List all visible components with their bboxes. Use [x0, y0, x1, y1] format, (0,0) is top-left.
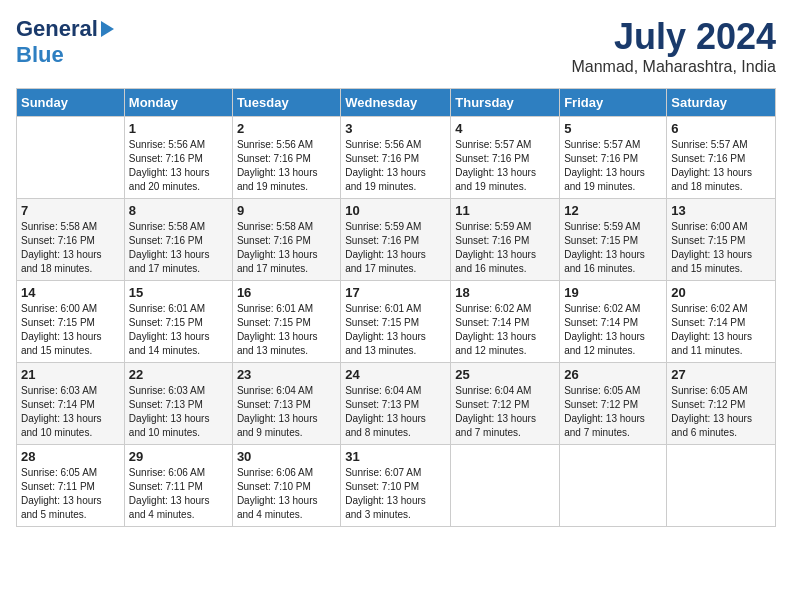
- day-number: 27: [671, 367, 771, 382]
- header-wednesday: Wednesday: [341, 89, 451, 117]
- day-info: Sunrise: 6:00 AM Sunset: 7:15 PM Dayligh…: [21, 302, 120, 358]
- day-info: Sunrise: 6:01 AM Sunset: 7:15 PM Dayligh…: [345, 302, 446, 358]
- day-number: 24: [345, 367, 446, 382]
- title-area: July 2024 Manmad, Maharashtra, India: [571, 16, 776, 76]
- day-info: Sunrise: 5:57 AM Sunset: 7:16 PM Dayligh…: [564, 138, 662, 194]
- day-number: 14: [21, 285, 120, 300]
- day-number: 23: [237, 367, 336, 382]
- calendar-cell: 29Sunrise: 6:06 AM Sunset: 7:11 PM Dayli…: [124, 445, 232, 527]
- calendar-week-4: 21Sunrise: 6:03 AM Sunset: 7:14 PM Dayli…: [17, 363, 776, 445]
- day-number: 13: [671, 203, 771, 218]
- calendar-cell: [667, 445, 776, 527]
- location: Manmad, Maharashtra, India: [571, 58, 776, 76]
- day-number: 29: [129, 449, 228, 464]
- calendar-table: SundayMondayTuesdayWednesdayThursdayFrid…: [16, 88, 776, 527]
- day-number: 28: [21, 449, 120, 464]
- day-number: 19: [564, 285, 662, 300]
- day-info: Sunrise: 6:01 AM Sunset: 7:15 PM Dayligh…: [237, 302, 336, 358]
- day-number: 22: [129, 367, 228, 382]
- calendar-cell: 18Sunrise: 6:02 AM Sunset: 7:14 PM Dayli…: [451, 281, 560, 363]
- day-number: 30: [237, 449, 336, 464]
- calendar-cell: 11Sunrise: 5:59 AM Sunset: 7:16 PM Dayli…: [451, 199, 560, 281]
- page-header: General Blue July 2024 Manmad, Maharasht…: [16, 16, 776, 76]
- day-number: 31: [345, 449, 446, 464]
- calendar-cell: 3Sunrise: 5:56 AM Sunset: 7:16 PM Daylig…: [341, 117, 451, 199]
- calendar-cell: 17Sunrise: 6:01 AM Sunset: 7:15 PM Dayli…: [341, 281, 451, 363]
- day-number: 26: [564, 367, 662, 382]
- header-thursday: Thursday: [451, 89, 560, 117]
- day-info: Sunrise: 6:07 AM Sunset: 7:10 PM Dayligh…: [345, 466, 446, 522]
- day-number: 6: [671, 121, 771, 136]
- day-number: 18: [455, 285, 555, 300]
- calendar-week-3: 14Sunrise: 6:00 AM Sunset: 7:15 PM Dayli…: [17, 281, 776, 363]
- calendar-cell: 5Sunrise: 5:57 AM Sunset: 7:16 PM Daylig…: [560, 117, 667, 199]
- day-info: Sunrise: 6:02 AM Sunset: 7:14 PM Dayligh…: [455, 302, 555, 358]
- logo-arrow-icon: [101, 21, 114, 37]
- calendar-week-2: 7Sunrise: 5:58 AM Sunset: 7:16 PM Daylig…: [17, 199, 776, 281]
- day-info: Sunrise: 6:00 AM Sunset: 7:15 PM Dayligh…: [671, 220, 771, 276]
- calendar-cell: 6Sunrise: 5:57 AM Sunset: 7:16 PM Daylig…: [667, 117, 776, 199]
- day-number: 1: [129, 121, 228, 136]
- day-number: 3: [345, 121, 446, 136]
- calendar-cell: 7Sunrise: 5:58 AM Sunset: 7:16 PM Daylig…: [17, 199, 125, 281]
- calendar-cell: 8Sunrise: 5:58 AM Sunset: 7:16 PM Daylig…: [124, 199, 232, 281]
- calendar-cell: 14Sunrise: 6:00 AM Sunset: 7:15 PM Dayli…: [17, 281, 125, 363]
- day-info: Sunrise: 5:56 AM Sunset: 7:16 PM Dayligh…: [345, 138, 446, 194]
- day-info: Sunrise: 5:59 AM Sunset: 7:16 PM Dayligh…: [345, 220, 446, 276]
- calendar-cell: [560, 445, 667, 527]
- day-number: 16: [237, 285, 336, 300]
- day-info: Sunrise: 5:57 AM Sunset: 7:16 PM Dayligh…: [671, 138, 771, 194]
- month-year: July 2024: [571, 16, 776, 58]
- day-info: Sunrise: 5:56 AM Sunset: 7:16 PM Dayligh…: [129, 138, 228, 194]
- calendar-cell: 24Sunrise: 6:04 AM Sunset: 7:13 PM Dayli…: [341, 363, 451, 445]
- day-number: 15: [129, 285, 228, 300]
- logo: General Blue: [16, 16, 114, 68]
- day-info: Sunrise: 5:57 AM Sunset: 7:16 PM Dayligh…: [455, 138, 555, 194]
- day-number: 11: [455, 203, 555, 218]
- day-info: Sunrise: 6:02 AM Sunset: 7:14 PM Dayligh…: [564, 302, 662, 358]
- day-number: 5: [564, 121, 662, 136]
- day-number: 20: [671, 285, 771, 300]
- calendar-cell: 26Sunrise: 6:05 AM Sunset: 7:12 PM Dayli…: [560, 363, 667, 445]
- day-number: 8: [129, 203, 228, 218]
- calendar-cell: 20Sunrise: 6:02 AM Sunset: 7:14 PM Dayli…: [667, 281, 776, 363]
- day-info: Sunrise: 6:04 AM Sunset: 7:13 PM Dayligh…: [345, 384, 446, 440]
- calendar-cell: 23Sunrise: 6:04 AM Sunset: 7:13 PM Dayli…: [232, 363, 340, 445]
- calendar-cell: 13Sunrise: 6:00 AM Sunset: 7:15 PM Dayli…: [667, 199, 776, 281]
- header-monday: Monday: [124, 89, 232, 117]
- day-number: 2: [237, 121, 336, 136]
- calendar-cell: 9Sunrise: 5:58 AM Sunset: 7:16 PM Daylig…: [232, 199, 340, 281]
- day-info: Sunrise: 6:05 AM Sunset: 7:12 PM Dayligh…: [564, 384, 662, 440]
- day-info: Sunrise: 5:59 AM Sunset: 7:15 PM Dayligh…: [564, 220, 662, 276]
- day-number: 10: [345, 203, 446, 218]
- calendar-cell: 10Sunrise: 5:59 AM Sunset: 7:16 PM Dayli…: [341, 199, 451, 281]
- calendar-cell: 15Sunrise: 6:01 AM Sunset: 7:15 PM Dayli…: [124, 281, 232, 363]
- day-info: Sunrise: 6:05 AM Sunset: 7:12 PM Dayligh…: [671, 384, 771, 440]
- calendar-week-1: 1Sunrise: 5:56 AM Sunset: 7:16 PM Daylig…: [17, 117, 776, 199]
- day-info: Sunrise: 6:03 AM Sunset: 7:13 PM Dayligh…: [129, 384, 228, 440]
- day-info: Sunrise: 5:56 AM Sunset: 7:16 PM Dayligh…: [237, 138, 336, 194]
- header-sunday: Sunday: [17, 89, 125, 117]
- day-info: Sunrise: 5:58 AM Sunset: 7:16 PM Dayligh…: [129, 220, 228, 276]
- day-info: Sunrise: 6:04 AM Sunset: 7:13 PM Dayligh…: [237, 384, 336, 440]
- calendar-cell: 19Sunrise: 6:02 AM Sunset: 7:14 PM Dayli…: [560, 281, 667, 363]
- day-info: Sunrise: 6:02 AM Sunset: 7:14 PM Dayligh…: [671, 302, 771, 358]
- day-number: 25: [455, 367, 555, 382]
- logo-blue: Blue: [16, 42, 64, 67]
- calendar-cell: 22Sunrise: 6:03 AM Sunset: 7:13 PM Dayli…: [124, 363, 232, 445]
- calendar-cell: [17, 117, 125, 199]
- calendar-cell: 30Sunrise: 6:06 AM Sunset: 7:10 PM Dayli…: [232, 445, 340, 527]
- header-friday: Friday: [560, 89, 667, 117]
- calendar-cell: 1Sunrise: 5:56 AM Sunset: 7:16 PM Daylig…: [124, 117, 232, 199]
- day-number: 12: [564, 203, 662, 218]
- calendar-cell: 27Sunrise: 6:05 AM Sunset: 7:12 PM Dayli…: [667, 363, 776, 445]
- day-number: 17: [345, 285, 446, 300]
- header-saturday: Saturday: [667, 89, 776, 117]
- calendar-header-row: SundayMondayTuesdayWednesdayThursdayFrid…: [17, 89, 776, 117]
- calendar-cell: 4Sunrise: 5:57 AM Sunset: 7:16 PM Daylig…: [451, 117, 560, 199]
- calendar-cell: 16Sunrise: 6:01 AM Sunset: 7:15 PM Dayli…: [232, 281, 340, 363]
- day-info: Sunrise: 5:58 AM Sunset: 7:16 PM Dayligh…: [237, 220, 336, 276]
- calendar-cell: [451, 445, 560, 527]
- day-info: Sunrise: 6:01 AM Sunset: 7:15 PM Dayligh…: [129, 302, 228, 358]
- calendar-cell: 21Sunrise: 6:03 AM Sunset: 7:14 PM Dayli…: [17, 363, 125, 445]
